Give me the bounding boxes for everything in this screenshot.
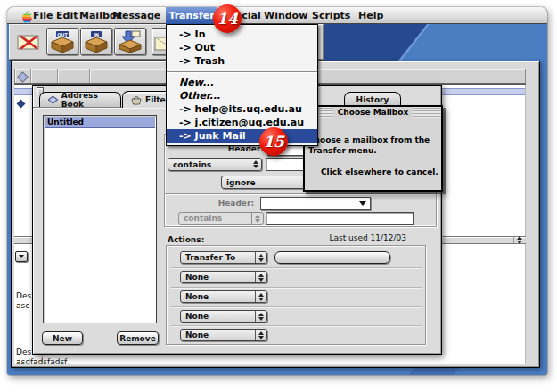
action-popup-4[interactable]: None — [180, 310, 267, 323]
action-row-divider — [171, 287, 422, 288]
background-text-fragment: asdfadsfadsf — [16, 357, 67, 366]
column-header[interactable] — [31, 69, 58, 83]
dialog-message-line2: Transfer menu. — [308, 146, 377, 155]
header2-label: Header: — [199, 199, 254, 208]
action-row-divider — [171, 325, 422, 326]
choose-mailbox-dialog: Choose Mailbox Choose a mailbox from the… — [303, 105, 443, 192]
menu-item-new[interactable]: New... — [167, 76, 317, 89]
address-book-icon — [48, 95, 58, 104]
stepper-icon — [255, 272, 266, 282]
new-filter-button[interactable]: New — [42, 331, 83, 345]
column-header[interactable] — [58, 69, 90, 83]
stepper-icon — [255, 330, 266, 340]
dialog-message-line3: Click elsewhere to cancel. — [321, 167, 438, 176]
svg-text:IN: IN — [94, 31, 99, 37]
transfer-menu-dropdown: -> In -> Out -> Trash New... Other... ->… — [166, 24, 318, 146]
menu-file[interactable]: File — [33, 7, 53, 24]
popup-label: Transfer To — [181, 253, 255, 262]
action-popup-1[interactable]: Transfer To — [180, 251, 267, 264]
delete-message-button[interactable] — [12, 28, 45, 55]
stepper-icon — [255, 252, 266, 263]
action-popup-5[interactable]: None — [180, 329, 267, 341]
dropdown-arrow-icon — [359, 201, 366, 206]
stepper-icon — [255, 311, 266, 322]
stepper-icon — [250, 159, 261, 170]
popup-label: None — [181, 292, 255, 301]
action-row-divider — [171, 306, 422, 307]
menu-item-help-mailbox[interactable]: -> help@its.uq.edu.au — [167, 102, 317, 116]
match-operator-popup[interactable]: contains — [168, 158, 262, 171]
menu-separator — [167, 71, 317, 72]
check-mail-button[interactable] — [114, 28, 146, 55]
menu-item-jcitizen-mailbox[interactable]: -> j.citizen@uq.edu.au — [167, 116, 317, 129]
splitter-stepper-icon[interactable] — [513, 237, 525, 243]
background-text-fragment: Des — [16, 347, 31, 356]
out-mailbox-button[interactable]: OUT — [46, 28, 78, 55]
dialog-message-line1: Choose a mailbox from the — [308, 135, 430, 144]
scroll-down-button[interactable] — [15, 251, 28, 262]
last-used-label: Last used 11/12/03 — [282, 233, 406, 242]
action-popup-3[interactable]: None — [180, 290, 267, 303]
check-mail-icon — [117, 30, 143, 53]
tab-label: Address Book — [61, 91, 112, 109]
menu-transfer[interactable]: Transfer — [166, 7, 217, 24]
desktop-screen: File Edit Mailbox Message Transfer Speci… — [7, 7, 547, 375]
popup-label: ignore — [222, 178, 308, 187]
menu-item-junk-mail[interactable]: -> Junk Mail — [167, 129, 317, 143]
unread-diamond-icon — [17, 100, 26, 109]
header2-popup[interactable] — [260, 197, 371, 210]
menu-edit[interactable]: Edit — [56, 7, 78, 24]
svg-text:OUT: OUT — [57, 31, 68, 37]
annotation-badge-15: 15 — [259, 127, 288, 156]
choose-mailbox-title: Choose Mailbox — [333, 107, 414, 118]
remove-filter-button[interactable]: Remove — [117, 331, 159, 345]
match-operator2-popup[interactable]: contains — [178, 212, 264, 225]
menu-item-in[interactable]: -> In — [167, 28, 317, 41]
annotation-badge-14: 14 — [213, 4, 242, 33]
status-column-header[interactable] — [15, 69, 31, 83]
choose-mailbox-title-bar[interactable]: Choose Mailbox — [305, 107, 441, 118]
apple-menu[interactable] — [21, 10, 32, 27]
delete-message-icon — [16, 32, 41, 52]
action-popup-2[interactable]: None — [180, 271, 267, 283]
scroll-down-arrow-icon — [19, 255, 24, 258]
filters-basket-icon — [131, 95, 142, 105]
menu-bar: File Edit Mailbox Message Transfer Speci… — [7, 7, 547, 24]
popup-label: contains — [168, 160, 250, 169]
popup-label: None — [181, 273, 255, 282]
menu-window[interactable]: Window — [264, 7, 307, 24]
filter-list-item-selected[interactable]: Untitled — [45, 117, 155, 128]
background-text-fragment: asc — [16, 301, 29, 310]
out-mailbox-icon: OUT — [49, 30, 76, 53]
in-mailbox-icon: IN — [83, 30, 110, 53]
match-value2-field[interactable] — [266, 212, 414, 225]
menu-item-other[interactable]: Other... — [167, 89, 317, 102]
filter-list[interactable]: Untitled — [43, 115, 157, 323]
menu-help[interactable]: Help — [358, 7, 383, 24]
menu-item-out[interactable]: -> Out — [167, 41, 317, 54]
popup-label: None — [181, 331, 255, 339]
apple-logo-icon — [21, 11, 32, 23]
actions-label: Actions: — [168, 235, 204, 244]
popup-label: None — [181, 312, 255, 321]
column-divider — [525, 85, 526, 364]
status-diamond-icon — [17, 71, 29, 83]
popup-label: contains — [179, 214, 251, 223]
stepper-icon — [251, 213, 263, 224]
background-text-fragment: Des — [16, 291, 31, 300]
stepper-icon — [255, 291, 266, 302]
action-row-divider — [171, 267, 422, 268]
tab-address-book[interactable]: Address Book — [39, 92, 121, 107]
in-mailbox-button[interactable]: IN — [80, 28, 112, 55]
transfer-target-button[interactable] — [274, 251, 390, 264]
menu-message[interactable]: Message — [112, 7, 160, 24]
menu-item-trash[interactable]: -> Trash — [167, 54, 317, 68]
menu-scripts[interactable]: Scripts — [312, 7, 350, 24]
tab-label: History — [356, 95, 389, 104]
